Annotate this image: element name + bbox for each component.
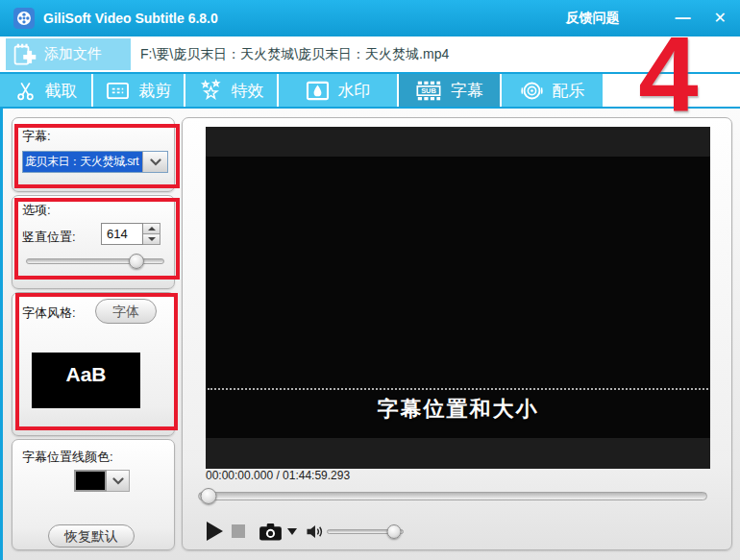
tab-label: 截取 (45, 80, 78, 102)
subtitle-film-icon: SUB (415, 80, 442, 102)
position-line-color-label: 字幕位置线颜色: (22, 449, 113, 466)
triangle-up-icon (148, 227, 156, 231)
chevron-down-icon (150, 158, 161, 166)
font-preview-text: AaB (65, 363, 106, 386)
volume-slider[interactable] (327, 524, 404, 539)
options-panel: 选项: 竖直位置: 614 (12, 195, 175, 289)
disc-icon (520, 79, 544, 103)
tab-label: 特效 (232, 80, 264, 102)
color-swatch[interactable] (74, 470, 107, 492)
feedback-link[interactable]: 反馈问题 (566, 10, 620, 27)
seek-thumb[interactable] (200, 488, 216, 504)
crop-icon (106, 81, 130, 101)
window-edge-strip (0, 109, 3, 560)
position-line-color-panel: 字幕位置线颜色: 恢复默认 (12, 439, 175, 550)
letterbox-bottom (206, 438, 710, 469)
tab-label: 水印 (338, 80, 371, 102)
subtitle-file-panel: 字幕: 庞贝末日：天火焚城.srt (12, 117, 175, 192)
snapshot-dropdown-button[interactable] (287, 528, 297, 535)
main-area: 字幕: 庞贝末日：天火焚城.srt 选项: 竖直位置: 614 (0, 109, 740, 560)
add-file-button[interactable]: 添加文件 (6, 38, 131, 70)
app-window: GiliSoft Video Subtitle 6.8.0 反馈问题 — ✕ 添… (0, 0, 740, 560)
tab-label: 裁剪 (138, 80, 171, 102)
camera-icon (259, 523, 283, 541)
scissors-icon (14, 80, 37, 102)
video-preview-panel: 字幕位置和大小 00:00:00.000 / 01:44:59.293 (182, 117, 732, 550)
video-canvas[interactable]: 字幕位置和大小 (206, 127, 710, 469)
snapshot-button[interactable] (259, 523, 283, 541)
vertical-position-spinner[interactable]: 614 (101, 223, 160, 245)
seek-track[interactable] (198, 492, 707, 500)
stars-icon (199, 79, 223, 103)
subtitle-label: 字幕: (22, 128, 51, 145)
tab-crop[interactable]: 裁剪 (93, 74, 185, 107)
tab-label: 配乐 (553, 80, 585, 102)
add-file-icon (12, 42, 37, 67)
subtitle-file-selected: 庞贝末日：天火焚城.srt (23, 152, 142, 172)
vertical-position-slider[interactable] (26, 254, 164, 269)
time-display: 00:00:00.000 / 01:44:59.293 (206, 469, 350, 482)
tab-music[interactable]: 配乐 (502, 74, 604, 107)
window-title: GiliSoft Video Subtitle 6.8.0 (43, 11, 218, 26)
close-button[interactable]: ✕ (714, 11, 727, 26)
volume-button[interactable] (306, 523, 324, 540)
tab-effects[interactable]: 特效 (185, 74, 279, 107)
spinner-up-button[interactable] (143, 223, 160, 234)
font-style-label: 字体风格: (22, 304, 76, 322)
vertical-position-value[interactable]: 614 (101, 223, 143, 245)
triangle-down-icon (148, 237, 156, 241)
tab-bar: 截取 裁剪 特效 水印 (0, 74, 740, 109)
font-preview-box: AaB (32, 353, 140, 408)
combobox-dropdown-button[interactable] (142, 152, 167, 172)
subtitle-file-combobox[interactable]: 庞贝末日：天火焚城.srt (22, 151, 168, 173)
color-dropdown-button[interactable] (107, 470, 130, 492)
seek-slider[interactable] (198, 488, 707, 504)
tab-label: 字幕 (451, 80, 483, 102)
restore-defaults-button[interactable]: 恢复默认 (48, 524, 135, 548)
letterbox-top (206, 127, 710, 157)
loaded-file-path: F:\要\庞贝末日：天火焚城\庞贝末日：天火焚城.mp4 (140, 46, 449, 63)
stop-button[interactable] (232, 524, 245, 538)
add-file-label: 添加文件 (44, 45, 102, 63)
vertical-position-label: 竖直位置: (22, 229, 76, 246)
tab-subtitle[interactable]: SUB 字幕 (399, 74, 502, 107)
subtitle-overlay-text[interactable]: 字幕位置和大小 (206, 395, 710, 424)
tab-watermark[interactable]: 水印 (279, 74, 399, 107)
playback-controls (207, 521, 404, 542)
toolbar: 添加文件 F:\要\庞贝末日：天火焚城\庞贝末日：天火焚城.mp4 (0, 37, 740, 74)
svg-text:SUB: SUB (421, 86, 436, 95)
speaker-icon (306, 523, 324, 540)
font-button[interactable]: 字体 (95, 299, 157, 324)
minimize-button[interactable]: — (676, 11, 691, 26)
font-style-panel: 字体风格: 字体 AaB (12, 292, 175, 436)
waterdrop-icon (306, 81, 330, 101)
tab-capture[interactable]: 截取 (0, 74, 93, 107)
options-label: 选项: (22, 202, 51, 219)
spinner-down-button[interactable] (143, 234, 160, 245)
title-bar: GiliSoft Video Subtitle 6.8.0 反馈问题 — ✕ (0, 0, 740, 37)
color-picker-combobox[interactable] (74, 470, 130, 492)
app-logo-icon (13, 8, 35, 29)
volume-thumb[interactable] (387, 524, 402, 539)
play-button[interactable] (207, 522, 223, 541)
slider-thumb[interactable] (129, 254, 144, 269)
chevron-down-icon (112, 477, 124, 485)
subtitle-position-line[interactable] (208, 388, 708, 390)
